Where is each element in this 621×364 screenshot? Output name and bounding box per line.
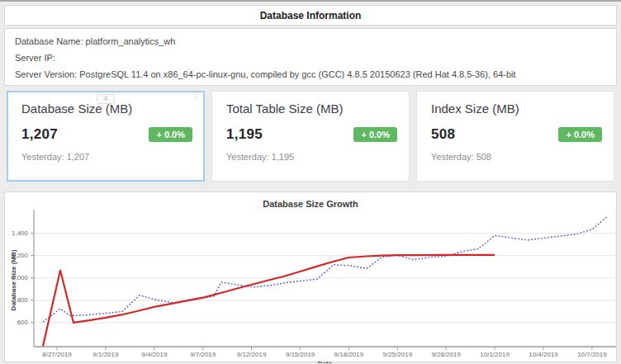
svg-text:10/4/2019: 10/4/2019 xyxy=(529,351,558,358)
change-badge: + 0.0% xyxy=(558,127,602,142)
card-menu-icon[interactable]: ⋮ xyxy=(192,93,200,102)
card-value: 508 xyxy=(431,126,455,143)
database-size-card[interactable]: ≡ ⋮ Database Size (MB) 1,207 + 0.0% Yest… xyxy=(7,91,205,182)
yesterday-value: Yesterday: 1,195 xyxy=(226,152,397,162)
yesterday-value: Yesterday: 508 xyxy=(431,152,602,162)
svg-text:800: 800 xyxy=(17,296,29,304)
change-badge: + 0.0% xyxy=(149,127,192,142)
svg-text:9/7/2019: 9/7/2019 xyxy=(190,351,216,358)
total-table-size-card[interactable]: Total Table Size (MB) 1,195 + 0.0% Yeste… xyxy=(211,91,410,182)
svg-text:10/7/2019: 10/7/2019 xyxy=(577,351,607,358)
svg-text:Date: Date xyxy=(318,360,333,363)
page-title: Database Information xyxy=(260,10,362,21)
database-name-text: Database Name: platform_analytics_wh xyxy=(15,36,606,46)
yesterday-value: Yesterday: 1,207 xyxy=(21,152,192,162)
card-title: Index Size (MB) xyxy=(431,102,602,116)
svg-text:600: 600 xyxy=(17,319,29,326)
svg-text:9/15/2019: 9/15/2019 xyxy=(286,351,315,358)
database-size-growth-panel: Database Size Growth 6008001,0001,2001,4… xyxy=(4,191,617,362)
svg-text:9/28/2019: 9/28/2019 xyxy=(431,351,461,358)
change-badge: + 0.0% xyxy=(353,127,397,142)
svg-text:9/25/2019: 9/25/2019 xyxy=(383,351,413,358)
svg-text:9/12/2019: 9/12/2019 xyxy=(237,351,267,358)
svg-text:10/1/2019: 10/1/2019 xyxy=(480,351,510,358)
card-value: 1,207 xyxy=(21,126,58,143)
svg-text:9/18/2019: 9/18/2019 xyxy=(334,351,364,358)
server-version-text: Server Version: PostgreSQL 11.4 on x86_6… xyxy=(15,69,606,79)
database-info-panel: Database Name: platform_analytics_wh Ser… xyxy=(4,28,617,86)
server-ip-text: Server IP: xyxy=(15,53,606,63)
dashboard-page: Database Information Database Name: plat… xyxy=(0,0,621,364)
card-value: 1,195 xyxy=(226,126,263,143)
svg-text:1,400: 1,400 xyxy=(12,229,29,237)
svg-text:Database Size (MB): Database Size (MB) xyxy=(10,249,17,310)
drag-handle-icon[interactable]: ≡ xyxy=(97,94,115,104)
index-size-card[interactable]: Index Size (MB) 508 + 0.0% Yesterday: 50… xyxy=(416,91,614,182)
chart-canvas: 6008001,0001,2001,4008/27/20199/1/20199/… xyxy=(5,207,616,363)
database-information-header: Database Information xyxy=(4,5,617,26)
svg-text:9/1/2019: 9/1/2019 xyxy=(92,351,119,358)
svg-text:9/4/2019: 9/4/2019 xyxy=(141,351,168,358)
card-title: Total Table Size (MB) xyxy=(226,102,397,116)
svg-text:8/27/2019: 8/27/2019 xyxy=(42,351,72,358)
